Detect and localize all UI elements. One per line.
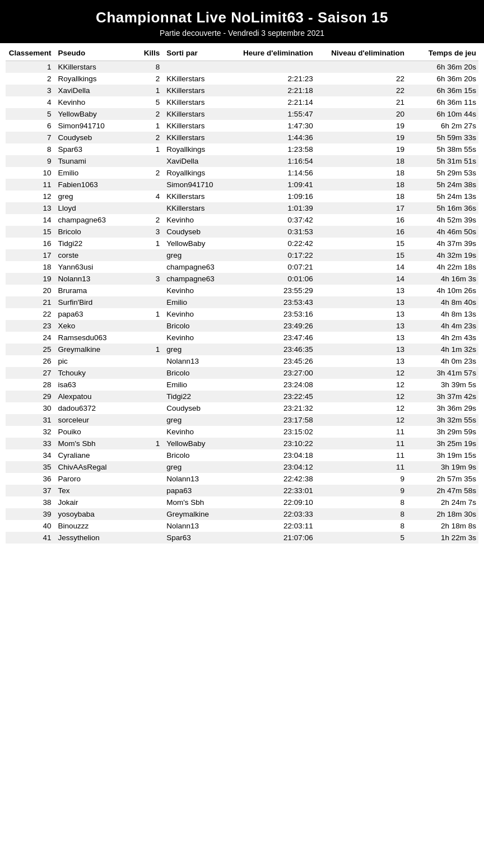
- cell-sorti: [164, 61, 239, 73]
- cell-kills: [136, 261, 164, 273]
- table-row: 32PouikoKevinho23:15:02113h 29m 59s: [6, 426, 478, 438]
- cell-classement: 22: [6, 308, 56, 320]
- cell-heure: 1:09:16: [239, 191, 324, 202]
- cell-temps: 3h 39m 5s: [421, 379, 478, 391]
- cell-niveau: 12: [324, 367, 421, 379]
- cell-classement: 26: [6, 355, 56, 367]
- cell-temps: 6h 10m 44s: [421, 108, 478, 120]
- cell-pseudo: Xeko: [56, 320, 136, 332]
- cell-heure: 2:21:18: [239, 85, 324, 96]
- cell-classement: 5: [6, 108, 56, 120]
- cell-heure: 1:55:47: [239, 108, 324, 120]
- cell-heure: 2:21:23: [239, 73, 324, 85]
- cell-heure: 23:55:29: [239, 285, 324, 296]
- cell-pseudo: champagne63: [56, 214, 136, 226]
- cell-niveau: 15: [324, 249, 421, 261]
- cell-temps: 4h 46m 50s: [421, 226, 478, 238]
- cell-pseudo: Binouzzz: [56, 520, 136, 532]
- cell-classement: 9: [6, 155, 56, 167]
- cell-sorti: Coudyseb: [164, 226, 239, 238]
- cell-pseudo: Simon941710: [56, 120, 136, 132]
- cell-kills: 2: [136, 132, 164, 143]
- table-row: 41JessythelionSpar6321:07:0651h 22m 3s: [6, 532, 478, 544]
- cell-classement: 25: [6, 344, 56, 355]
- cell-kills: 1: [136, 85, 164, 96]
- cell-kills: [136, 496, 164, 508]
- table-row: 37Texpapa6322:33:0192h 47m 58s: [6, 485, 478, 496]
- cell-kills: [136, 296, 164, 308]
- cell-kills: [136, 332, 164, 344]
- col-classement: Classement: [6, 43, 56, 61]
- cell-heure: 1:23:58: [239, 143, 324, 155]
- table-row: 6Simon9417101KKillerstars1:47:30196h 2m …: [6, 120, 478, 132]
- cell-pseudo: Jokair: [56, 496, 136, 508]
- cell-pseudo: Nolann13: [56, 273, 136, 285]
- table-row: 34CyralianeBricolo23:04:18113h 19m 15s: [6, 449, 478, 461]
- page-title: Championnat Live NoLimit63 - Saison 15: [6, 9, 478, 26]
- cell-temps: 6h 36m 20s: [421, 61, 478, 73]
- cell-temps: 5h 16m 36s: [421, 202, 478, 214]
- cell-pseudo: isa63: [56, 379, 136, 391]
- col-sorti: Sorti par: [164, 43, 239, 61]
- table-row: 26picNolann1323:45:26134h 0m 23s: [6, 355, 478, 367]
- cell-kills: [136, 379, 164, 391]
- cell-pseudo: sorceleur: [56, 414, 136, 426]
- cell-temps: 5h 29m 53s: [421, 167, 478, 179]
- cell-niveau: 5: [324, 532, 421, 544]
- cell-kills: 1: [136, 438, 164, 449]
- cell-heure: 23:17:58: [239, 414, 324, 426]
- cell-temps: 5h 24m 13s: [421, 191, 478, 202]
- cell-niveau: 21: [324, 96, 421, 108]
- cell-pseudo: Paroro: [56, 473, 136, 485]
- cell-temps: 4h 8m 13s: [421, 308, 478, 320]
- cell-kills: [136, 202, 164, 214]
- table-row: 5YellowBaby2KKillerstars1:55:47206h 10m …: [6, 108, 478, 120]
- cell-sorti: Emilio: [164, 296, 239, 308]
- cell-classement: 20: [6, 285, 56, 296]
- table-row: 22papa631Kevinho23:53:16134h 8m 13s: [6, 308, 478, 320]
- cell-classement: 40: [6, 520, 56, 532]
- cell-sorti: Bricolo: [164, 449, 239, 461]
- cell-temps: 4h 32m 19s: [421, 249, 478, 261]
- table-row: 18Yann63usichampagne630:07:21144h 22m 18…: [6, 261, 478, 273]
- cell-heure: 21:07:06: [239, 532, 324, 544]
- table-row: 28isa63Emilio23:24:08123h 39m 5s: [6, 379, 478, 391]
- cell-kills: [136, 179, 164, 191]
- cell-temps: 3h 19m 15s: [421, 449, 478, 461]
- cell-pseudo: Tex: [56, 485, 136, 496]
- cell-kills: 1: [136, 120, 164, 132]
- cell-niveau: 18: [324, 167, 421, 179]
- table-row: 4Kevinho5KKillerstars2:21:14216h 36m 11s: [6, 96, 478, 108]
- cell-classement: 39: [6, 508, 56, 520]
- cell-niveau: 13: [324, 320, 421, 332]
- cell-temps: 3h 41m 57s: [421, 367, 478, 379]
- cell-heure: 0:17:22: [239, 249, 324, 261]
- table-row: 30dadou6372Coudyseb23:21:32123h 36m 29s: [6, 402, 478, 414]
- cell-pseudo: Tsunami: [56, 155, 136, 167]
- cell-sorti: papa63: [164, 485, 239, 496]
- cell-niveau: 14: [324, 273, 421, 285]
- cell-temps: 4h 37m 39s: [421, 238, 478, 249]
- cell-classement: 27: [6, 367, 56, 379]
- cell-kills: 3: [136, 226, 164, 238]
- cell-heure: 2:21:14: [239, 96, 324, 108]
- cell-classement: 15: [6, 226, 56, 238]
- cell-kills: [136, 485, 164, 496]
- cell-pseudo: Royallkings: [56, 73, 136, 85]
- cell-sorti: Kevinho: [164, 285, 239, 296]
- table-row: 3XaviDella1KKillerstars2:21:18226h 36m 1…: [6, 85, 478, 96]
- col-pseudo: Pseudo: [56, 43, 136, 61]
- cell-pseudo: Bricolo: [56, 226, 136, 238]
- cell-pseudo: corste: [56, 249, 136, 261]
- cell-pseudo: Tchouky: [56, 367, 136, 379]
- cell-kills: 1: [136, 238, 164, 249]
- cell-pseudo: Alexpatou: [56, 391, 136, 402]
- cell-pseudo: Mom's Sbh: [56, 438, 136, 449]
- cell-temps: 4h 4m 23s: [421, 320, 478, 332]
- cell-temps: 3h 29m 59s: [421, 426, 478, 438]
- cell-sorti: champagne63: [164, 261, 239, 273]
- table-row: 31sorceleurgreg23:17:58123h 32m 55s: [6, 414, 478, 426]
- cell-sorti: Nolann13: [164, 520, 239, 532]
- cell-sorti: greg: [164, 249, 239, 261]
- table-row: 7Coudyseb2KKillerstars1:44:36195h 59m 33…: [6, 132, 478, 143]
